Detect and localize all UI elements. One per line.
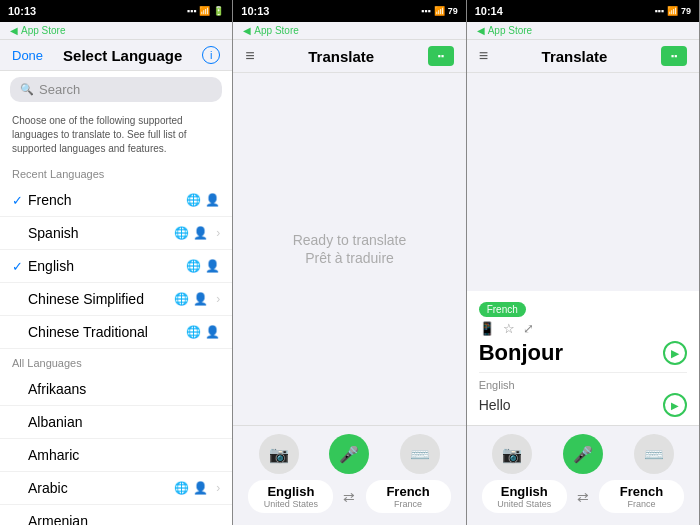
app-store-label-1[interactable]: App Store <box>21 25 65 36</box>
lang-icons-arabic: 🌐 👤 › <box>174 481 220 495</box>
chevron-icon-spanish: › <box>216 226 220 240</box>
person-icon-arabic: 👤 <box>193 481 208 495</box>
globe-icon-cs: 🌐 <box>174 292 189 306</box>
target-lang-name-3: French <box>620 484 663 499</box>
translate-ready-area: Ready to translate Prêt à traduire <box>233 73 465 425</box>
result-lang-badge: French <box>479 302 526 317</box>
search-icon: 🔍 <box>20 83 34 96</box>
status-icons-2: ▪▪▪ 📶 79 <box>421 6 458 16</box>
lang-item-albanian[interactable]: Albanian <box>0 406 232 439</box>
lang-item-chinese-traditional[interactable]: Chinese Traditional 🌐 👤 <box>0 316 232 349</box>
status-icons-1: ▪▪▪ 📶 🔋 <box>187 6 225 16</box>
phone-translate-result: 10:14 ▪▪▪ 📶 79 ◀ App Store ≡ Translate ▪… <box>467 0 700 525</box>
lang-swap-icon-2[interactable]: ⇄ <box>343 489 355 505</box>
lang-name-chinese-simplified: Chinese Simplified <box>28 291 174 307</box>
app-store-label-2[interactable]: App Store <box>254 25 298 36</box>
translate-main-3: French 📱 ☆ ⤢ Bonjour ▶ English Hello <box>467 73 699 425</box>
lang-icons-french: 🌐 👤 <box>186 193 220 207</box>
nav-bar-3: ≡ Translate ▪▪ <box>467 40 699 73</box>
lang-item-amharic[interactable]: Amharic <box>0 439 232 472</box>
wifi-icon-3: 📶 <box>667 6 678 16</box>
status-bar-1: 10:13 ▪▪▪ 📶 🔋 <box>0 0 232 22</box>
app-bar-1: ◀ App Store <box>0 22 232 40</box>
lang-name-armenian: Armenian <box>28 513 220 525</box>
back-arrow-icon-2: ◀ <box>243 25 251 36</box>
camera-button-2[interactable]: 📷 <box>259 434 299 474</box>
toolbar-buttons-2: 📷 🎤 ⌨️ <box>243 434 455 474</box>
star-icon[interactable]: ☆ <box>503 321 515 336</box>
check-icon-english: ✓ <box>12 259 28 274</box>
lang-selector-row-2: English United States ⇄ French France <box>243 480 455 513</box>
lang-item-armenian[interactable]: Armenian <box>0 505 232 525</box>
lang-item-afrikaans[interactable]: Afrikaans <box>0 373 232 406</box>
time-1: 10:13 <box>8 5 36 17</box>
search-bar[interactable]: 🔍 Search <box>10 77 222 102</box>
phone-select-language: 10:13 ▪▪▪ 📶 🔋 ◀ App Store Done Select La… <box>0 0 233 525</box>
hamburger-menu-button-3[interactable]: ≡ <box>479 47 488 65</box>
source-lang-region-2: United States <box>264 499 318 509</box>
hamburger-menu-button-2[interactable]: ≡ <box>245 47 254 65</box>
empty-source-area[interactable] <box>467 73 699 291</box>
app-bar-3: ◀ App Store <box>467 22 699 40</box>
lang-name-albanian: Albanian <box>28 414 220 430</box>
person-icon-french: 👤 <box>205 193 220 207</box>
toolbar-buttons-3: 📷 🎤 ⌨️ <box>477 434 689 474</box>
play-source-button[interactable]: ▶ <box>663 393 687 417</box>
person-icon-cs: 👤 <box>193 292 208 306</box>
mic-button-3[interactable]: 🎤 <box>563 434 603 474</box>
target-lang-selector-3[interactable]: French France <box>599 480 684 513</box>
lang-name-afrikaans: Afrikaans <box>28 381 220 397</box>
lang-item-arabic[interactable]: Arabic 🌐 👤 › <box>0 472 232 505</box>
expand-icon[interactable]: ⤢ <box>523 321 534 336</box>
nav-title-2: Translate <box>308 48 374 65</box>
lang-name-english: English <box>28 258 186 274</box>
battery-icon-3: 79 <box>681 6 691 16</box>
language-list-scroll[interactable]: 🔍 Search Choose one of the following sup… <box>0 71 232 525</box>
camera-button-3[interactable]: 📷 <box>492 434 532 474</box>
ready-text: Ready to translate <box>293 232 407 248</box>
globe-icon-french: 🌐 <box>186 193 201 207</box>
source-lang-selector-2[interactable]: English United States <box>248 480 333 513</box>
source-lang-selector-3[interactable]: English United States <box>482 480 567 513</box>
globe-icon-english: 🌐 <box>186 259 201 273</box>
lang-item-english[interactable]: ✓ English 🌐 👤 <box>0 250 232 283</box>
app-store-label-3[interactable]: App Store <box>488 25 532 36</box>
lang-name-spanish: Spanish <box>28 225 174 241</box>
lang-swap-icon-3[interactable]: ⇄ <box>577 489 589 505</box>
target-lang-selector-2[interactable]: French France <box>366 480 451 513</box>
lang-icons-english: 🌐 👤 <box>186 259 220 273</box>
done-button[interactable]: Done <box>12 48 43 63</box>
back-arrow-icon: ◀ <box>10 25 18 36</box>
signal-icon-3: ▪▪▪ <box>654 6 664 16</box>
chevron-icon-cs: › <box>216 292 220 306</box>
lang-item-chinese-simplified[interactable]: Chinese Simplified 🌐 👤 › <box>0 283 232 316</box>
back-arrow-icon-3: ◀ <box>477 25 485 36</box>
mic-button-2[interactable]: 🎤 <box>329 434 369 474</box>
play-translation-button[interactable]: ▶ <box>663 341 687 365</box>
lang-item-spanish[interactable]: Spanish 🌐 👤 › <box>0 217 232 250</box>
keyboard-button-3[interactable]: ⌨️ <box>634 434 674 474</box>
recent-section-header: Recent Languages <box>0 160 232 184</box>
check-icon-french: ✓ <box>12 193 28 208</box>
ready-sub-text: Prêt à traduire <box>305 250 394 266</box>
lang-item-french[interactable]: ✓ French 🌐 👤 <box>0 184 232 217</box>
wifi-icon-2: 📶 <box>434 6 445 16</box>
app-bar-2: ◀ App Store <box>233 22 465 40</box>
keyboard-button-2[interactable]: ⌨️ <box>400 434 440 474</box>
battery-icon-2: 79 <box>448 6 458 16</box>
nav-title-1: Select Language <box>63 47 182 64</box>
target-lang-region-2: France <box>394 499 422 509</box>
status-bar-3: 10:14 ▪▪▪ 📶 79 <box>467 0 699 22</box>
phone-translate-empty: 10:13 ▪▪▪ 📶 79 ◀ App Store ≡ Translate ▪… <box>233 0 466 525</box>
status-bar-2: 10:13 ▪▪▪ 📶 79 <box>233 0 465 22</box>
search-input[interactable]: Search <box>39 82 80 97</box>
lang-name-chinese-traditional: Chinese Traditional <box>28 324 186 340</box>
result-section: French 📱 ☆ ⤢ Bonjour ▶ English Hello <box>467 291 699 425</box>
nav-bar-1: Done Select Language i <box>0 40 232 71</box>
time-3: 10:14 <box>475 5 503 17</box>
battery-icon: 🔋 <box>213 6 224 16</box>
source-lang-region-3: United States <box>497 499 551 509</box>
info-button[interactable]: i <box>202 46 220 64</box>
source-lang-name-3: English <box>501 484 548 499</box>
phone-icon: 📱 <box>479 321 495 336</box>
